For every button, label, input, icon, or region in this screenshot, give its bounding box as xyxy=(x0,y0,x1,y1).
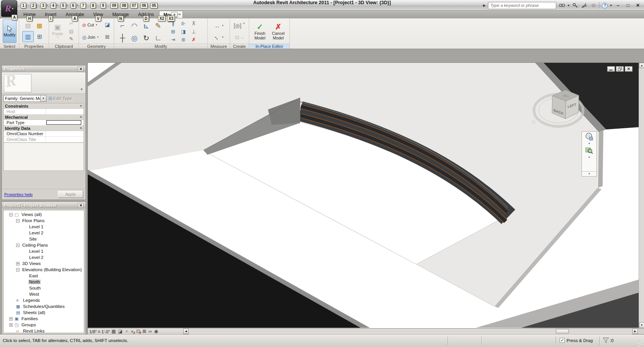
tree-item-level-2[interactable]: Level 2 xyxy=(3,230,84,236)
infocenter-collapse-icon[interactable]: ▶ xyxy=(483,3,486,7)
qat-text-button[interactable]: A▾09 xyxy=(110,1,120,10)
project-browser-titlebar[interactable]: Project1 - Project Browser ✕ xyxy=(2,202,85,209)
measure-between-references-button[interactable]: ↔ ▾ xyxy=(210,20,228,31)
qat-section-button[interactable]: ◫07 xyxy=(130,1,140,10)
type-selector-combo[interactable]: Family: Generic Mod ▾ xyxy=(3,95,46,102)
property-group-header[interactable]: Mechanical« xyxy=(4,115,84,120)
scroll-left-icon[interactable]: ◀ xyxy=(183,329,189,334)
scroll-up-icon[interactable]: ▲ xyxy=(639,63,644,68)
tree-item-sheets-all-[interactable]: ▤Sheets (all) xyxy=(3,309,84,316)
zoom-tool-icon[interactable] xyxy=(584,146,595,155)
type-properties-icon[interactable]: ▦ xyxy=(34,20,45,31)
search-input[interactable] xyxy=(488,2,556,9)
apply-button[interactable]: Apply xyxy=(58,191,83,198)
match-type-icon[interactable]: ✎ xyxy=(67,35,76,42)
copy-button[interactable]: ◎ xyxy=(128,32,140,44)
view-scale-label[interactable]: 1/8" = 1'-0" xyxy=(89,329,110,334)
qat-sheet-button[interactable]: ▥05 xyxy=(150,1,159,10)
minimize-button[interactable]: – xyxy=(614,2,622,9)
tree-item-revit-links[interactable]: ∞Revit Links xyxy=(3,328,84,333)
tab-manage[interactable]: ManageN xyxy=(108,11,133,18)
tree-item-views-all-[interactable]: −▢Views (all) xyxy=(3,211,84,218)
tab-insert[interactable]: InsertI xyxy=(41,11,61,18)
vertical-scrollbar[interactable]: ▲ ▼ xyxy=(639,63,644,328)
offset-button[interactable]: ◠ xyxy=(128,20,140,32)
shadows-icon[interactable]: ◐✗ xyxy=(131,329,134,334)
property-group-header[interactable]: Constraints« xyxy=(4,103,84,109)
qat-3d-view-button[interactable]: ◱08 xyxy=(120,1,130,10)
properties-palette-icon[interactable]: ▤ xyxy=(22,20,34,31)
tree-item-east[interactable]: East xyxy=(3,273,84,279)
panel-label-clipboard[interactable]: Clipboard xyxy=(49,44,79,49)
panel-label-geometry[interactable]: Geometry xyxy=(79,44,114,49)
view-close-icon[interactable]: ✕ xyxy=(625,66,632,72)
property-group-header[interactable]: Identity Data« xyxy=(4,126,84,131)
reveal-hidden-icon[interactable]: ∞ xyxy=(148,329,152,334)
panel-label-modify[interactable]: Modify xyxy=(114,44,207,49)
project-browser-close-icon[interactable]: ✕ xyxy=(78,203,84,208)
pin-button[interactable]: ⊥ xyxy=(189,28,199,36)
family-types-icon[interactable]: ⊞ xyxy=(34,31,45,42)
tree-item-legends[interactable]: ≡Legends xyxy=(3,297,84,303)
edit-type-button[interactable]: ⊞ Edit Type xyxy=(48,96,72,101)
trim-corner-button[interactable]: ∟ xyxy=(152,32,164,44)
tab-annotate[interactable]: AnnotateA xyxy=(61,11,88,18)
finish-model-button[interactable]: ✓ Finish Model xyxy=(251,20,269,43)
horizontal-scroll-thumb[interactable] xyxy=(556,329,569,334)
move-button[interactable]: ┼ xyxy=(117,32,128,44)
paste-button[interactable]: ▣ Paste ▾ xyxy=(51,20,64,42)
view-minimize-icon[interactable] xyxy=(607,66,615,72)
collapse-expander-icon[interactable]: − xyxy=(16,268,20,272)
tree-item-groups[interactable]: +◳Groups xyxy=(3,322,84,328)
search-dropdown-icon[interactable]: ▾ xyxy=(568,3,570,7)
property-value[interactable] xyxy=(46,109,84,114)
tree-item-ceiling-plans[interactable]: −Ceiling Plans xyxy=(3,242,84,248)
expand-expander-icon[interactable]: + xyxy=(9,317,13,321)
qat-sync-button[interactable]: ↻▾3 xyxy=(40,1,50,10)
subscription-key-icon[interactable] xyxy=(572,2,578,8)
modify-select-button[interactable]: Modify xyxy=(3,20,16,43)
qat-undo-button[interactable]: ↶▾4 xyxy=(50,1,60,10)
horizontal-scrollbar[interactable] xyxy=(189,329,632,334)
qat-print-button[interactable]: ▤▾6 xyxy=(70,1,80,10)
qat-tag-button[interactable]: ▻9 xyxy=(100,1,110,10)
tab-home[interactable]: HomeH xyxy=(19,11,40,18)
close-button[interactable]: ✕ xyxy=(634,2,642,9)
cut-geometry-button[interactable]: ⊘ Cut ▾ xyxy=(82,21,97,29)
properties-close-icon[interactable]: ✕ xyxy=(78,67,84,72)
qat-open-button[interactable]: ▱1 xyxy=(20,1,30,10)
tree-item-north[interactable]: North xyxy=(3,279,84,285)
unpin-button[interactable]: ⊼ xyxy=(189,20,199,28)
ribbon-minimize-dropdown-icon[interactable]: ▾ xyxy=(179,13,181,16)
property-value-editor[interactable] xyxy=(46,120,81,125)
navbar-collapse-icon[interactable]: ▾ xyxy=(582,171,596,176)
crop-view-icon[interactable]: ⊡✗ xyxy=(136,329,140,334)
temporary-hide-icon[interactable]: ◉ xyxy=(154,329,158,334)
qat-save-button[interactable]: ▣2 xyxy=(30,1,40,10)
qat-dimension-button[interactable]: ↔8 xyxy=(90,1,100,10)
steering-wheel-icon[interactable] xyxy=(584,132,595,142)
cope-geometry-icon[interactable]: ◪ xyxy=(103,21,112,28)
drawing-area[interactable]: N TOP BACK LEFT ✕ ▾ ▾ ▾ ▲ ▼ 1/8" = 1'-0"… xyxy=(87,62,644,334)
tab-view[interactable]: ViewV xyxy=(89,11,107,18)
panel-label-select[interactable]: Select xyxy=(0,44,19,49)
tree-item-site[interactable]: Site xyxy=(3,236,84,242)
tree-item-schedules-quantities[interactable]: ▦Schedules/Quantities xyxy=(3,303,84,309)
property-value[interactable] xyxy=(46,137,84,142)
measure-along-element-button[interactable]: ↔ ▾ xyxy=(210,31,228,43)
scroll-down-icon[interactable]: ▼ xyxy=(639,322,644,328)
show-crop-icon[interactable]: ⊠ xyxy=(142,329,146,334)
copy-to-clipboard-icon[interactable]: ▧ xyxy=(67,28,76,34)
match-align-button[interactable]: ≣ xyxy=(178,36,189,44)
selection-filter[interactable]: :0 xyxy=(603,337,614,344)
zoom-dropdown-icon[interactable]: ▾ xyxy=(588,155,590,159)
wheel-dropdown-icon[interactable]: ▾ xyxy=(588,142,590,146)
search-icon[interactable] xyxy=(559,2,565,8)
press-drag-toggle[interactable]: ✓ Press & Drag xyxy=(560,338,593,343)
help-dropdown-icon[interactable]: ▾ xyxy=(610,3,612,7)
tree-item-level-1[interactable]: Level 1 xyxy=(3,248,84,254)
expand-expander-icon[interactable]: + xyxy=(16,262,20,265)
view-restore-icon[interactable] xyxy=(616,66,624,72)
tree-item-elevations-building-elevation-[interactable]: −Elevations (Building Elevation) xyxy=(3,267,84,273)
tree-item-west[interactable]: West xyxy=(3,291,84,297)
